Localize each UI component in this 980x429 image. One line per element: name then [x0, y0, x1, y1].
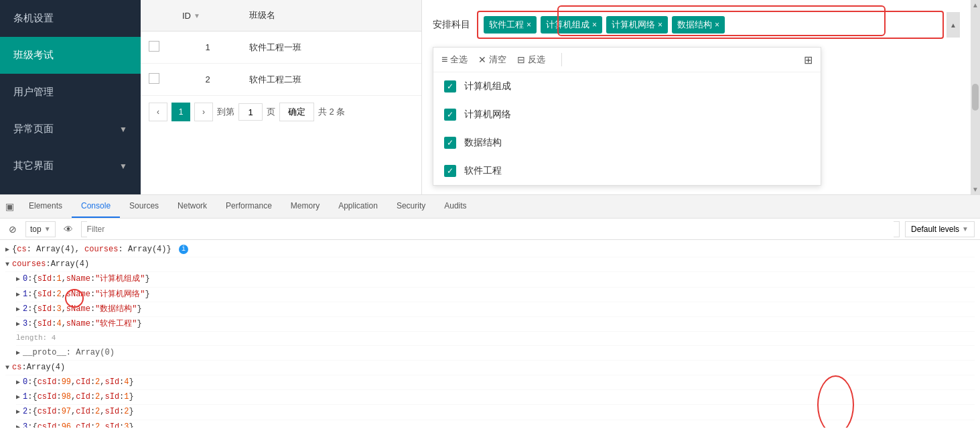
expand-arrow[interactable]: ▶: [16, 274, 20, 285]
scrollbar[interactable]: ▲ ▼: [971, 0, 980, 194]
tag-ruanjian[interactable]: 软件工程 ×: [484, 16, 537, 34]
checkbox-checked-icon: ✓: [444, 109, 456, 121]
select-all-btn[interactable]: ≡ 全选: [441, 54, 468, 66]
dropdown-item-1[interactable]: ✓ 计算机组成: [433, 72, 821, 101]
dropdown-toolbar: ≡ 全选 ✕ 清空 ⊟ 反选 ⊞: [433, 48, 821, 72]
level-select[interactable]: Default levels ▼: [905, 221, 975, 237]
context-select[interactable]: top ▼: [25, 221, 56, 237]
next-page-btn[interactable]: ›: [194, 103, 213, 121]
row-checkbox-1[interactable]: [149, 41, 159, 52]
level-value: Default levels: [911, 225, 959, 234]
scroll-thumb[interactable]: [972, 84, 979, 111]
dropdown-item-2[interactable]: ✓ 计算机网络: [433, 101, 821, 129]
sidebar-item-error[interactable]: 异常页面 ▼: [0, 111, 141, 147]
collapse-arrow[interactable]: ▼: [5, 259, 9, 270]
sort-icon[interactable]: ▼: [194, 12, 200, 19]
tag-close-icon[interactable]: ×: [715, 20, 719, 29]
scroll-down-arrow[interactable]: ▼: [972, 186, 979, 193]
subject-dropdown: ≡ 全选 ✕ 清空 ⊟ 反选 ⊞: [433, 47, 821, 186]
dropdown-item-4[interactable]: ✓ 软件工程: [433, 157, 821, 185]
tab-network[interactable]: Network: [168, 195, 216, 218]
tab-performance[interactable]: Performance: [216, 195, 281, 218]
tab-memory[interactable]: Memory: [281, 195, 329, 218]
total-text: 共 2 条: [318, 106, 345, 118]
goto-input[interactable]: [238, 103, 263, 121]
expand-arrow[interactable]: ▶: [16, 290, 20, 300]
console-line-length: length: 4: [16, 332, 975, 346]
devtools-tabs: ▣ Elements Console Sources Network Perfo…: [0, 195, 980, 219]
console-key: courses: [12, 258, 46, 271]
row-id-2: 2: [174, 72, 241, 87]
console-line-item: ▶ 0: {sId: 1, sName: "计算机组成"}: [16, 272, 975, 287]
tag-close-icon[interactable]: ×: [658, 20, 662, 29]
chevron-down-icon: ▼: [119, 162, 127, 171]
expand-arrow[interactable]: ▶: [16, 304, 20, 315]
console-line-item: ▶ 1: {sId: 2, sName: "计算机网络"}: [16, 288, 975, 302]
filter-input[interactable]: [87, 221, 894, 237]
tab-security[interactable]: Security: [387, 195, 435, 218]
expand-arrow[interactable]: ▶: [16, 348, 20, 359]
sidebar-item-users[interactable]: 用户管理: [0, 74, 141, 111]
length-text: length: 4: [16, 332, 56, 345]
tab-sources[interactable]: Sources: [120, 195, 168, 218]
sidebar-item-settings[interactable]: 条机设置: [0, 0, 141, 37]
index-label: 0: [23, 273, 27, 286]
eye-btn[interactable]: 👁: [61, 222, 76, 237]
class-table-panel: ID ▼ 班级名 1 软件工程一班 2 软: [141, 0, 422, 194]
clear-btn[interactable]: ✕ 清空: [478, 54, 506, 66]
invert-label: 反选: [528, 54, 545, 66]
tab-audits[interactable]: Audits: [435, 195, 476, 218]
tag-data[interactable]: 数据结构 ×: [672, 16, 725, 34]
tab-console[interactable]: Console: [72, 195, 120, 218]
row-name-2: 软件工程二班: [241, 71, 421, 88]
expand-arrow[interactable]: ▶: [16, 407, 20, 418]
info-icon[interactable]: i: [179, 245, 188, 254]
console-line-item: ▶ 2: {sId: 3, sName: "数据结构"}: [16, 302, 975, 317]
sidebar-item-exam[interactable]: 班级考试: [0, 37, 141, 74]
prev-page-btn[interactable]: ‹: [149, 103, 167, 121]
console-output: ▶ {cs: Array(4), courses: Array(4)} i ▼ …: [0, 240, 980, 428]
item-label-3: 数据结构: [464, 137, 502, 149]
checkbox-checked-icon: ✓: [444, 137, 456, 149]
console-line-cs-item: ▶ 3: {csId: 96, cId: 2, sId: 3}: [16, 420, 975, 428]
context-dropdown-icon: ▼: [44, 225, 51, 233]
tag-jisuanji[interactable]: 计算机组成 ×: [541, 16, 602, 34]
tag-label: 计算机网络: [612, 19, 655, 31]
page-label: 页: [267, 106, 275, 118]
invert-btn[interactable]: ⊟ 反选: [517, 54, 545, 66]
expand-arrow[interactable]: ▶: [16, 422, 20, 428]
row-checkbox-2[interactable]: [149, 73, 159, 84]
dropdown-item-3[interactable]: ✓ 数据结构: [433, 129, 821, 157]
clear-icon: ✕: [478, 54, 486, 65]
index-label: 3: [23, 318, 27, 330]
sidebar-label-settings: 条机设置: [13, 12, 54, 25]
block-btn[interactable]: ⊘: [5, 222, 20, 237]
console-line-item: ▶ 3: {sId: 4, sName: "软件工程"}: [16, 317, 975, 332]
current-page-btn[interactable]: 1: [171, 103, 190, 121]
goto-label: 到第: [217, 106, 234, 118]
expand-arrow[interactable]: ▶: [16, 319, 20, 330]
checkbox-checked-icon: ✓: [444, 80, 456, 93]
scroll-up-arrow[interactable]: ▲: [972, 1, 979, 9]
expand-arrow[interactable]: ▶: [5, 245, 9, 255]
expand-arrow[interactable]: ▶: [16, 392, 20, 403]
tab-application[interactable]: Application: [329, 195, 387, 218]
row-name-1: 软件工程一班: [241, 39, 421, 56]
tag-close-icon[interactable]: ×: [527, 20, 531, 29]
confirm-btn[interactable]: 确定: [279, 103, 314, 121]
index-label: 2: [23, 303, 27, 316]
expand-arrow[interactable]: ▶: [16, 377, 20, 388]
grid-view-btn[interactable]: ⊞: [804, 54, 813, 66]
pagination: ‹ 1 › 到第 页 确定 共 2 条: [141, 96, 421, 128]
tab-elements[interactable]: Elements: [19, 195, 72, 218]
tag-close-icon[interactable]: ×: [592, 20, 597, 29]
collapse-arrow[interactable]: ▼: [5, 363, 9, 373]
col-checkbox: [141, 5, 174, 25]
devtools-icon[interactable]: ▣: [5, 201, 14, 212]
sidebar-label-users: 用户管理: [13, 86, 54, 99]
tag-network[interactable]: 计算机网络 ×: [606, 16, 668, 34]
tags-container[interactable]: 软件工程 × 计算机组成 × 计算机网络 ×: [477, 11, 944, 39]
scroll-up-btn[interactable]: ▲: [947, 12, 960, 38]
sidebar-item-other[interactable]: 其它界面 ▼: [0, 147, 141, 184]
proto-text: __proto__: Array(0): [23, 347, 115, 359]
